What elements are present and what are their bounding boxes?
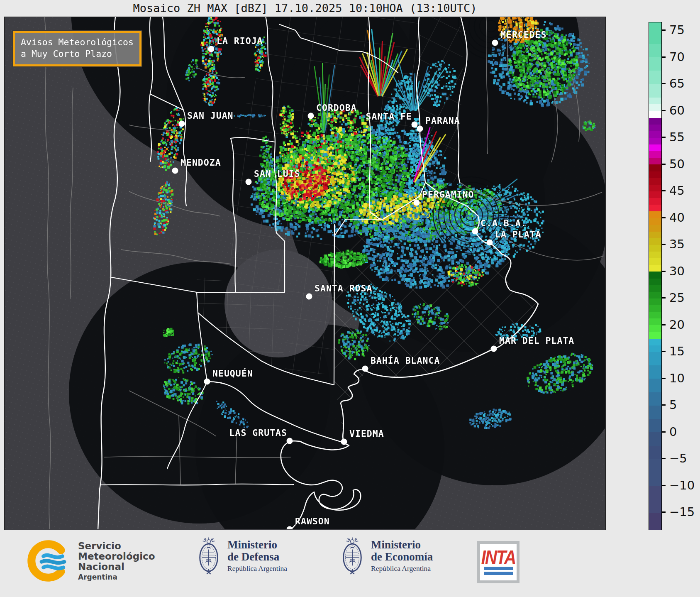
colorbar-tick-label: 10	[669, 371, 685, 385]
smn-logo-icon	[26, 538, 72, 584]
city-marker	[287, 438, 293, 444]
defensa-subtitle: República Argentina	[227, 564, 287, 573]
smn-text-country: Argentina	[78, 573, 155, 581]
city-marker	[414, 200, 420, 206]
city-marker	[492, 40, 498, 46]
city-label: C.A.B.A.	[480, 218, 527, 228]
city-label: BAHÍA BLANCA	[371, 355, 440, 366]
smn-logo: Servicio Meteorológico Nacional Argentin…	[26, 538, 155, 584]
radar-mosaic-figure: Mosaico ZH MAX [dBZ] 17.10.2025 10:10HOA…	[0, 0, 700, 597]
defensa-title-line1: Ministerio	[227, 539, 287, 551]
alert-banner-line2: a Muy Corto Plazo	[21, 48, 134, 60]
colorbar-tick-label: 15	[669, 344, 685, 358]
colorbar-tick-label: 55	[669, 130, 685, 144]
colorbar-tick-label: 45	[669, 184, 685, 198]
smn-text-line2: Meteorológico	[78, 551, 155, 562]
colorbar-tick	[661, 29, 666, 31]
colorbar-tick	[661, 404, 666, 406]
city-marker	[179, 121, 185, 127]
coat-of-arms-icon	[339, 536, 365, 576]
city-marker	[491, 346, 497, 352]
city-marker	[341, 439, 347, 445]
inta-logo: INTA	[477, 541, 520, 583]
inta-logo-box: INTA	[477, 541, 520, 583]
city-label: LA PLATA	[495, 229, 541, 240]
colorbar-gradient	[649, 22, 662, 535]
economia-title-line1: Ministerio	[371, 539, 433, 551]
colorbar-tick	[661, 458, 666, 459]
radar-map: LA RIOJAMERCEDESSAN JUANCORDOBASANTA FEP…	[4, 17, 606, 530]
dbz-colorbar: 757065605550454035302520151050−5−10−15	[649, 22, 700, 533]
smn-text-line1: Servicio	[78, 541, 155, 551]
figure-title: Mosaico ZH MAX [dBZ] 17.10.2025 10:10HOA…	[4, 2, 606, 15]
colorbar-tick	[661, 271, 666, 272]
footer-logos: Servicio Meteorológico Nacional Argentin…	[0, 530, 700, 597]
city-label: LA RIOJA	[217, 36, 263, 46]
colorbar-tick	[661, 217, 666, 218]
inta-logo-text: INTA	[481, 548, 515, 565]
colorbar-tick-label: 5	[669, 398, 677, 412]
city-marker	[306, 294, 312, 300]
city-label: MERCEDES	[500, 29, 547, 40]
city-label: SAN LUIS	[254, 169, 300, 179]
city-marker	[412, 122, 418, 128]
colorbar-tick	[661, 164, 666, 165]
radar-map-canvas: LA RIOJAMERCEDESSAN JUANCORDOBASANTA FEP…	[5, 17, 605, 529]
city-label: LAS GRUTAS	[229, 428, 287, 438]
inta-logo-inner: INTA	[480, 544, 517, 580]
economia-logo: Ministerio de Economía República Argenti…	[339, 536, 433, 576]
city-label: SANTA FE	[366, 111, 412, 122]
economia-logo-text: Ministerio de Economía República Argenti…	[371, 539, 433, 573]
city-label: PARANA	[425, 115, 460, 126]
smn-logo-text: Servicio Meteorológico Nacional Argentin…	[78, 541, 155, 581]
colorbar-tick-label: 0	[669, 425, 677, 439]
colorbar-tick	[661, 324, 666, 325]
inta-bar-bottom	[484, 572, 513, 575]
colorbar-tick	[661, 244, 666, 245]
economia-subtitle: República Argentina	[371, 564, 433, 573]
colorbar-tick-label: 70	[669, 50, 685, 64]
smn-text-line3: Nacional	[78, 562, 155, 572]
colorbar-tick-label: 40	[669, 210, 685, 225]
economia-title-line2: de Economía	[371, 551, 433, 563]
city-label: MAR DEL PLATA	[499, 335, 574, 346]
city-marker	[487, 240, 493, 246]
colorbar-tick-label: 60	[669, 103, 685, 117]
colorbar-tick	[661, 378, 666, 379]
colorbar-tick-label: −10	[669, 478, 695, 492]
colorbar-tick	[661, 485, 666, 486]
colorbar-tick-label: 25	[669, 291, 685, 305]
colorbar-tick	[661, 431, 666, 433]
city-label: SANTA ROSA	[315, 283, 372, 294]
city-marker	[172, 168, 178, 174]
alert-banner[interactable]: Avisos Meteorológicos a Muy Corto Plazo	[13, 31, 141, 66]
city-marker	[246, 179, 252, 185]
colorbar-tick	[661, 351, 666, 352]
colorbar-tick-label: 75	[669, 23, 685, 37]
colorbar-tick-label: −15	[669, 505, 695, 519]
city-label: VIEDMA	[349, 428, 384, 439]
colorbar-tick	[661, 110, 666, 111]
alert-banner-line1: Avisos Meteorológicos	[21, 37, 134, 48]
city-marker	[204, 379, 210, 385]
colorbar-tick	[661, 56, 666, 58]
city-label: SAN JUAN	[187, 110, 234, 121]
colorbar-tick	[661, 83, 666, 84]
city-marker	[417, 126, 423, 132]
city-marker	[208, 46, 215, 52]
defensa-logo-text: Ministerio de Defensa República Argentin…	[227, 539, 287, 573]
colorbar-tick-label: 65	[669, 76, 685, 91]
colorbar-tick	[661, 297, 666, 298]
colorbar-tick-label: 30	[669, 264, 685, 278]
colorbar-tick-label: 20	[669, 318, 685, 332]
defensa-logo: Ministerio de Defensa República Argentin…	[196, 536, 287, 576]
city-label: CORDOBA	[316, 103, 357, 113]
coat-of-arms-icon	[196, 536, 222, 576]
city-marker	[362, 366, 368, 372]
defensa-title-line2: de Defensa	[227, 551, 287, 563]
colorbar-tick	[661, 190, 666, 191]
city-label: NEUQUÉN	[212, 368, 253, 379]
city-label: RAWSON	[295, 516, 330, 526]
colorbar-tick-label: −5	[669, 451, 687, 465]
city-marker	[472, 228, 478, 235]
